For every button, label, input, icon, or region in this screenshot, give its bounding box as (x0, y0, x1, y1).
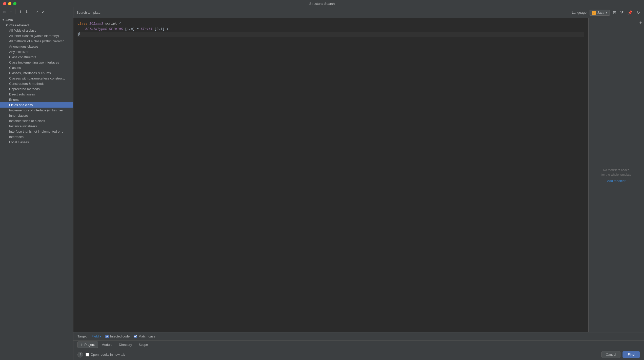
remove-template-button[interactable]: − (9, 9, 13, 14)
search-template-label: Search template: (76, 11, 101, 14)
code-line-3: } (77, 32, 584, 37)
tree-item[interactable]: Anonymous classes (0, 44, 73, 49)
field-var: $Field$ (109, 27, 123, 32)
tree-item[interactable]: All inner classes (within hierarchy) (0, 33, 73, 38)
target-dropdown-arrow: ▾ (99, 334, 101, 338)
tree-item[interactable]: Fields of a class (0, 102, 73, 108)
open-results-checkbox[interactable] (86, 353, 89, 356)
import-button[interactable]: ↙ (41, 9, 46, 14)
sidebar: ⊞ − ⬆ ⬇ ↗ ↙ ▼ Java ▼ Class-based (0, 7, 73, 360)
tree-item[interactable]: Class implementing two interfaces (0, 60, 73, 65)
pin-button[interactable]: 📌 (627, 9, 634, 16)
match-case-checkbox-label[interactable]: Match case (134, 334, 155, 338)
code-line-2: $FieldType$ $Field$ [1,∞] = $Init$ [0,1]… (77, 27, 584, 32)
add-template-button[interactable]: ⊞ (2, 9, 8, 14)
tree-item[interactable]: Interface that is not implemented or e (0, 129, 73, 134)
target-label: Target: (77, 334, 88, 338)
add-modifier-plus-button[interactable]: + (639, 20, 642, 26)
tree-item[interactable]: Classes (0, 65, 73, 70)
layout-toggle-button[interactable]: ⊟ (612, 9, 617, 16)
refresh-button[interactable]: ↻ (636, 9, 641, 16)
class-based-header[interactable]: ▼ Class-based (0, 23, 73, 28)
right-panel: Search template: Language: J Java ▾ ⊟ ⧩ … (73, 7, 644, 360)
tree-item[interactable]: Instance initializers (0, 124, 73, 129)
target-dropdown[interactable]: Field ▾ (92, 334, 101, 338)
language-label: Language: (572, 11, 587, 14)
code-line-1: class $Class$ script { (77, 21, 584, 27)
traffic-lights (3, 2, 16, 5)
match-case-label: Match case (138, 334, 155, 338)
open-results-label[interactable]: Open results in new tab (86, 353, 125, 356)
scope-tab-directory[interactable]: Directory (116, 342, 135, 348)
minimize-button[interactable] (8, 2, 11, 5)
init-var: $Init$ (141, 27, 153, 32)
filter-button[interactable]: ⧩ (619, 9, 625, 16)
java-language-icon: J (592, 11, 596, 15)
code-editor[interactable]: class $Class$ script { $FieldType$ $Fiel… (73, 18, 588, 332)
scope-tab-in-project[interactable]: In Project (77, 342, 98, 348)
target-value: Field (92, 334, 99, 338)
modifiers-panel: + No modifiers added for the whole templ… (588, 18, 644, 332)
java-expand-arrow: ▼ (2, 18, 5, 21)
class-based-arrow: ▼ (5, 23, 8, 27)
tree-item[interactable]: Deprecated methods (0, 86, 73, 92)
injected-code-checkbox[interactable] (105, 335, 109, 338)
tree-item[interactable]: Any initializer (0, 49, 73, 54)
scope-bar: In ProjectModuleDirectoryScope (73, 340, 644, 349)
tree-items-container: All fields of a classAll inner classes (… (0, 28, 73, 145)
content-area: class $Class$ script { $FieldType$ $Fiel… (73, 18, 644, 332)
maximize-button[interactable] (13, 2, 16, 5)
tree-item[interactable]: Instance fields of a class (0, 118, 73, 124)
java-group-label: Java (6, 18, 13, 22)
cancel-button[interactable]: Cancel (601, 351, 620, 358)
tree-item[interactable]: Constructors & methods (0, 81, 73, 86)
tree-item[interactable]: Enums (0, 97, 73, 102)
class-based-subgroup: ▼ Class-based All fields of a classAll i… (0, 23, 73, 145)
help-button[interactable]: ? (77, 352, 83, 357)
language-dropdown[interactable]: J Java ▾ (590, 10, 610, 16)
tree-item[interactable]: Interfaces (0, 134, 73, 139)
tree-item[interactable]: Class constructors (0, 54, 73, 60)
close-button[interactable] (3, 2, 6, 5)
sidebar-toolbar: ⊞ − ⬆ ⬇ ↗ ↙ (0, 7, 73, 16)
find-button[interactable]: Find (622, 351, 640, 358)
scope-tab-module[interactable]: Module (98, 342, 115, 348)
tree-item[interactable]: Classes with parameterless constructo (0, 76, 73, 81)
tree-item[interactable]: Classes, interfaces & enums (0, 70, 73, 76)
java-group-header[interactable]: ▼ Java (0, 17, 73, 23)
class-keyword: class (77, 21, 87, 27)
class-based-label: Class-based (9, 23, 29, 27)
footer: ? Open results in new tab Cancel Find (73, 349, 644, 360)
close-brace: } (77, 32, 79, 37)
window-title: Structural Search (309, 2, 335, 6)
export-button[interactable]: ↗ (34, 9, 39, 14)
tree-item[interactable]: Local classes (0, 139, 73, 145)
field-count: [1,∞] (123, 27, 135, 32)
text-cursor (79, 32, 80, 35)
tree-item[interactable]: All fields of a class (0, 28, 73, 33)
move-down-button[interactable]: ⬇ (24, 9, 30, 14)
tree-item[interactable]: Direct subclasses (0, 92, 73, 97)
move-up-button[interactable]: ⬆ (17, 9, 23, 14)
injected-code-checkbox-label[interactable]: Injected code (105, 334, 130, 338)
scope-tab-scope[interactable]: Scope (136, 342, 151, 348)
add-modifier-link[interactable]: Add modifier (607, 179, 626, 183)
sidebar-tree: ▼ Java ▼ Class-based All fields of a cla… (0, 16, 73, 360)
field-type-var: $FieldType$ (85, 27, 107, 32)
tree-item[interactable]: All methods of a class (within hierarch (0, 38, 73, 44)
main-container: ⊞ − ⬆ ⬇ ↗ ↙ ▼ Java ▼ Class-based (0, 7, 644, 360)
options-bar: Target: Field ▾ Injected code Match case (73, 332, 644, 340)
tree-item[interactable]: Implementors of interface (within hier (0, 108, 73, 113)
dropdown-arrow: ▾ (606, 11, 608, 14)
semicolon: ; (166, 27, 168, 32)
toolbar-divider2 (32, 9, 32, 14)
java-group: ▼ Java ▼ Class-based All fields of a cla… (0, 17, 73, 145)
tree-item[interactable]: Inner classes (0, 113, 73, 118)
injected-code-label: Injected code (110, 334, 130, 338)
match-case-checkbox[interactable] (134, 335, 137, 338)
language-value: Java (597, 11, 604, 14)
open-brace: { (119, 21, 121, 27)
script-keyword: script (105, 21, 117, 27)
title-bar: Structural Search (0, 0, 644, 7)
no-modifiers-text: No modifiers added for the whole templat… (601, 168, 631, 177)
